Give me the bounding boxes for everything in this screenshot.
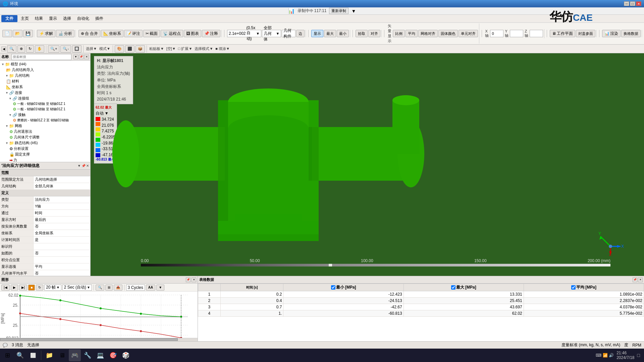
- tree-item-pin2[interactable]: ⚙ 一般 - 销轴01\销轴 至 销轴01Z 1: [1, 107, 90, 112]
- z-input[interactable]: [530, 30, 543, 37]
- tools-button[interactable]: 🔧: [82, 349, 94, 361]
- chart-close-button[interactable]: ✕: [192, 278, 196, 282]
- avg-col-checkbox[interactable]: [571, 285, 576, 290]
- format-button[interactable]: 换格数据: [621, 30, 641, 37]
- menu-item-automation[interactable]: 自动化: [74, 15, 92, 22]
- frame-dropdown[interactable]: 20 帧▼: [44, 285, 61, 291]
- viewport-3d[interactable]: H: 显示帧1801 法向应力 类型: 法向应力(轴) 单位: MPa 全局坐标…: [91, 53, 644, 276]
- new-button[interactable]: 📄: [2, 30, 12, 37]
- table-row[interactable]: 4 1. -60.813 62.02 5.7754e-002: [198, 310, 644, 317]
- tree-item-analysis[interactable]: ⚙ 分析设置: [1, 146, 90, 152]
- aa-button[interactable]: AA: [146, 285, 155, 291]
- max-col-checkbox[interactable]: [451, 285, 455, 290]
- open-button[interactable]: 📂: [13, 30, 22, 37]
- solve-button[interactable]: ⚡ 求解: [37, 30, 55, 37]
- solid-button[interactable]: 固体颜色: [438, 30, 458, 37]
- tree-item-pin1[interactable]: ⚙ 一般 - 销轴01\销轴 至 销轴01Z 1: [1, 101, 90, 107]
- prop-close-button[interactable]: ✕: [86, 164, 89, 168]
- remote-button[interactable]: 📡远程点: [161, 30, 183, 37]
- tree-search-input[interactable]: [11, 54, 71, 60]
- maximize-button[interactable]: □: [630, 1, 635, 6]
- app2-button[interactable]: 🎯: [107, 349, 119, 361]
- edge-button[interactable]: 边: [296, 30, 305, 37]
- workspace-button[interactable]: 🖥工作平面: [550, 30, 575, 37]
- min-button[interactable]: 最小: [337, 30, 349, 37]
- section-button[interactable]: ✂截面: [143, 30, 160, 37]
- chart-export-button[interactable]: 📤: [114, 285, 122, 291]
- average-button[interactable]: 平均: [406, 30, 418, 37]
- minimize-button[interactable]: ─: [624, 1, 629, 6]
- tree-item-fixed[interactable]: 🔒 固定支撑: [1, 152, 90, 157]
- evaluate-button[interactable]: 📝评注: [124, 30, 143, 37]
- panel-toggle[interactable]: ◀: [1, 47, 6, 51]
- y-input[interactable]: [510, 30, 523, 37]
- tree-item-friction[interactable]: ⚙ 摩擦的 - 销轴01Z 2 至 销轴01\销轴: [1, 118, 90, 123]
- analyze-button[interactable]: 🔬 分析: [56, 30, 74, 37]
- show-desktop[interactable]: □: [637, 353, 640, 358]
- tree-item-coords[interactable]: 📐 坐标系: [1, 84, 90, 90]
- start-button[interactable]: ⊞: [1, 349, 13, 361]
- min-col-checkbox[interactable]: [331, 285, 335, 290]
- seal-button[interactable]: 封盖参面: [576, 30, 595, 37]
- table-close-button[interactable]: ✕: [638, 278, 643, 282]
- explorer-button[interactable]: 📁: [43, 349, 55, 361]
- unit-button[interactable]: 单元对齐: [459, 30, 478, 37]
- menu-item-display[interactable]: 显示: [46, 15, 60, 22]
- zoom-select-button[interactable]: ⊕: [17, 45, 25, 53]
- anim-play-next[interactable]: ▶|: [19, 285, 28, 291]
- zoom-out-button[interactable]: 🔍-: [60, 45, 71, 53]
- tree-pin-button[interactable]: 📌: [79, 55, 84, 59]
- ratio-button[interactable]: 比例: [393, 30, 405, 37]
- value-dropdown[interactable]: 2.1e+002 (0.5x自动)▼: [227, 30, 261, 37]
- save-button[interactable]: 💾: [23, 30, 33, 37]
- prop-pin-button[interactable]: 📌: [82, 164, 86, 168]
- render1-button[interactable]: 🎨: [115, 45, 124, 53]
- monitor-button[interactable]: 🖥: [56, 349, 68, 361]
- anim-play-button[interactable]: ▶: [11, 285, 18, 291]
- anim-stop-button[interactable]: ■: [28, 285, 35, 291]
- taskview-button[interactable]: ⬜: [27, 349, 39, 361]
- chart-scrollbar[interactable]: [0, 338, 198, 341]
- app1-button[interactable]: 💻: [94, 349, 106, 361]
- pick-button[interactable]: 拾取: [356, 30, 368, 37]
- grid-button[interactable]: 网格对齐: [418, 30, 438, 37]
- table-row[interactable]: 3 0.7 -42.67 43.697 4.0378e-002: [198, 304, 644, 310]
- note-button[interactable]: 📌注释: [202, 30, 220, 37]
- geom-group-dropdown[interactable]: 几何构件: [282, 30, 296, 37]
- menu-item-plugins[interactable]: 插件: [93, 15, 106, 22]
- zoom-all-button[interactable]: 🔲: [72, 45, 82, 53]
- table-pin-button[interactable]: 📌: [633, 278, 637, 282]
- menu-item-select[interactable]: 选择: [60, 15, 74, 22]
- chart-grid-button[interactable]: ⊞: [105, 285, 113, 291]
- menu-item-home[interactable]: 主页: [18, 15, 32, 22]
- anim-play-prev[interactable]: |◀: [1, 285, 10, 291]
- anim-loop-button[interactable]: ↻: [36, 285, 43, 291]
- combine-button[interactable]: ⊕合 合并: [78, 30, 100, 37]
- tree-item-geom-import[interactable]: 📂 几何结构导入: [1, 67, 90, 73]
- chart-pin-button[interactable]: 📌: [186, 278, 191, 282]
- settings-button[interactable]: 🎮: [69, 349, 81, 361]
- tree-item-geom[interactable]: ▼ 📁 几何结构: [1, 73, 90, 78]
- display-label[interactable]: 显示: [311, 30, 323, 37]
- prop-settings-button[interactable]: ▼: [77, 164, 81, 168]
- tree-item-conngroup[interactable]: ▼ 🔗 连接组: [1, 96, 90, 101]
- render3-button[interactable]: 📦: [136, 45, 145, 53]
- max-button[interactable]: 最大: [324, 30, 336, 37]
- sec-dropdown[interactable]: 2 Sec (自动)▼: [62, 285, 92, 291]
- app3-button[interactable]: 🎲: [120, 349, 132, 361]
- close-button[interactable]: ✕: [636, 1, 641, 6]
- pan-button[interactable]: ✋: [35, 45, 44, 53]
- render2-button[interactable]: ⬛: [125, 45, 135, 53]
- tree-item-geom-deform[interactable]: ⚙ 几何退形法: [1, 129, 90, 134]
- table-button[interactable]: 📊渲染: [602, 30, 621, 37]
- chart-scrollbar-thumb[interactable]: [0, 338, 178, 341]
- table-row[interactable]: 1 0.2 -12.423 13.331 1.0891e-002: [198, 291, 644, 298]
- cycles-dropdown[interactable]: 3 Cycles: [126, 285, 145, 291]
- search-button[interactable]: 🔍: [14, 349, 26, 361]
- table-row[interactable]: 2 0.4 -24.513 25.451 2.2837e-002: [198, 298, 644, 304]
- tree-item-connection[interactable]: ▼ 🔗 连接: [1, 90, 90, 96]
- tree-item-static[interactable]: ▼ 📁 静态结构 (H5): [1, 140, 90, 146]
- menu-item-results[interactable]: 结果: [32, 15, 46, 22]
- tree-item-mesh[interactable]: ▼ 📁 网格: [1, 123, 90, 129]
- tree-item-contact[interactable]: ▼ 🔗 接触: [1, 112, 90, 118]
